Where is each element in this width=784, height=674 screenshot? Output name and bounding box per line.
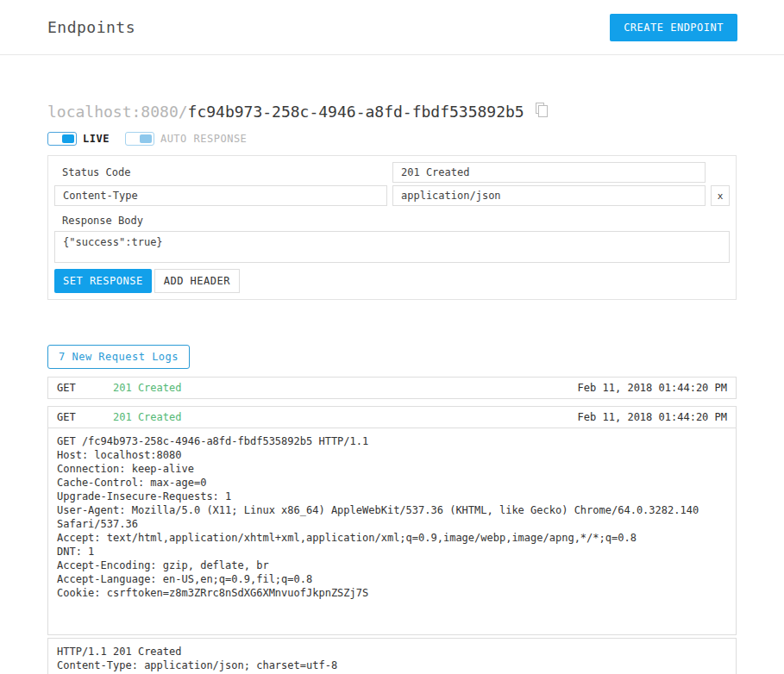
status-code-row-spacer (711, 162, 730, 183)
create-endpoint-button[interactable]: CREATE ENDPOINT (610, 14, 737, 41)
toggles-row: LIVE AUTO RESPONSE (47, 132, 737, 146)
auto-response-toggle[interactable] (125, 132, 154, 146)
status-code-input[interactable] (392, 162, 706, 183)
live-toggle-knob (62, 134, 74, 143)
new-request-logs-button[interactable]: 7 New Request Logs (47, 345, 190, 369)
auto-response-toggle-knob (140, 134, 152, 143)
copy-icon[interactable] (535, 102, 549, 122)
log-timestamp: Feb 11, 2018 01:44:20 PM (578, 411, 727, 423)
page-title: Endpoints (47, 18, 135, 36)
log-method: GET (57, 411, 113, 423)
response-form-panel: Status Code x Response Body {"success":t… (47, 155, 737, 300)
set-response-button[interactable]: SET RESPONSE (54, 269, 152, 293)
endpoint-url-uuid: fc94b973-258c-4946-a8fd-fbdf535892b5 (188, 103, 524, 122)
app-header: Endpoints CREATE ENDPOINT (0, 0, 784, 55)
status-code-row: Status Code (54, 162, 730, 183)
header-value-input[interactable] (392, 185, 706, 206)
auto-response-toggle-label: AUTO RESPONSE (160, 133, 247, 145)
remove-header-button[interactable]: x (711, 185, 730, 206)
log-method: GET (57, 382, 113, 394)
main-content: localhost:8080/fc94b973-258c-4946-a8fd-f… (0, 102, 784, 674)
log-row[interactable]: GET 201 Created Feb 11, 2018 01:44:20 PM (47, 377, 737, 399)
log-status: 201 Created (113, 382, 578, 394)
endpoint-url-host: localhost:8080/ (47, 103, 188, 122)
log-timestamp: Feb 11, 2018 01:44:20 PM (578, 382, 727, 394)
content-type-row: x (54, 185, 730, 206)
form-actions: SET RESPONSE ADD HEADER (54, 269, 730, 293)
live-toggle-label: LIVE (83, 133, 110, 145)
response-body-label: Response Body (54, 209, 730, 231)
request-detail: GET /fc94b973-258c-4946-a8fd-fbdf535892b… (47, 427, 737, 635)
response-detail: HTTP/1.1 201 Created Content-Type: appli… (47, 638, 737, 674)
status-code-label: Status Code (54, 162, 387, 183)
log-row-expanded-header[interactable]: GET 201 Created Feb 11, 2018 01:44:20 PM (47, 406, 737, 428)
header-name-input[interactable] (54, 185, 387, 206)
log-status: 201 Created (113, 411, 578, 423)
add-header-button[interactable]: ADD HEADER (154, 269, 240, 293)
response-body-textarea[interactable]: {"success":true} (54, 231, 730, 263)
endpoint-url: localhost:8080/fc94b973-258c-4946-a8fd-f… (47, 102, 737, 122)
live-toggle[interactable] (47, 132, 77, 146)
